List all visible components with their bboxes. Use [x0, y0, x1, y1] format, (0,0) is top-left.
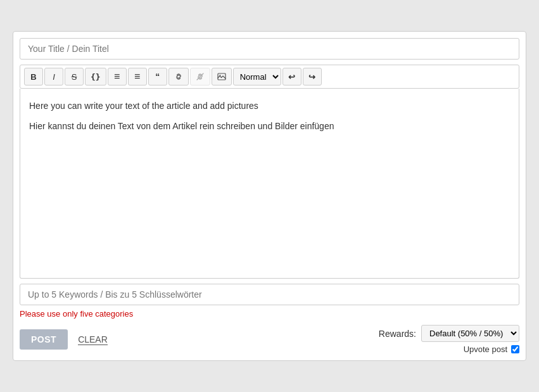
- bold-button[interactable]: B: [24, 68, 43, 85]
- list-buttons-group: ≡ ≡ “: [108, 68, 167, 85]
- editor-container: B I S {} ≡ ≡ “: [13, 31, 526, 361]
- bottom-row: POST CLEAR Rewards: Default (50% / 50%) …: [20, 325, 519, 354]
- link-button[interactable]: [168, 68, 189, 85]
- keyword-input[interactable]: [20, 284, 519, 305]
- format-select[interactable]: Normal H1 H2 H3 H4 H5 H6: [233, 68, 281, 85]
- rewards-label: Rewards:: [379, 329, 416, 339]
- clear-link[interactable]: CLEAR: [78, 334, 108, 345]
- image-button[interactable]: [212, 68, 232, 85]
- ordered-list-button[interactable]: ≡: [128, 68, 147, 85]
- format-buttons-group: B I S {}: [24, 68, 106, 85]
- unordered-list-button[interactable]: ≡: [108, 68, 127, 85]
- italic-button[interactable]: I: [44, 68, 63, 85]
- code-button[interactable]: {}: [85, 68, 106, 85]
- post-button[interactable]: POST: [20, 329, 68, 350]
- quote-button[interactable]: “: [148, 68, 167, 85]
- history-buttons-group: ↩ ↪: [282, 68, 322, 85]
- redo-button[interactable]: ↪: [303, 68, 322, 85]
- strikethrough-button[interactable]: S: [65, 68, 84, 85]
- toolbar: B I S {} ≡ ≡ “: [20, 65, 519, 89]
- undo-button[interactable]: ↩: [282, 68, 301, 85]
- upvote-row: Upvote post: [464, 345, 519, 354]
- content-line-1: Here you can write your text of the arti…: [29, 99, 510, 113]
- link-remove-button[interactable]: [190, 68, 210, 85]
- title-input[interactable]: [20, 38, 519, 60]
- warning-text: Please use only five categories: [20, 309, 519, 319]
- content-area[interactable]: Here you can write your text of the arti…: [20, 89, 519, 279]
- bottom-right: Rewards: Default (50% / 50%) Power Up 10…: [379, 325, 519, 354]
- content-line-2: Hier kannst du deinen Text von dem Artik…: [29, 119, 510, 133]
- bottom-left: POST CLEAR: [20, 329, 108, 350]
- upvote-checkbox[interactable]: [511, 345, 519, 353]
- upvote-label: Upvote post: [464, 345, 507, 354]
- rewards-select[interactable]: Default (50% / 50%) Power Up 100% Declin…: [421, 325, 519, 342]
- link-image-buttons-group: [168, 68, 232, 85]
- rewards-row: Rewards: Default (50% / 50%) Power Up 10…: [379, 325, 519, 342]
